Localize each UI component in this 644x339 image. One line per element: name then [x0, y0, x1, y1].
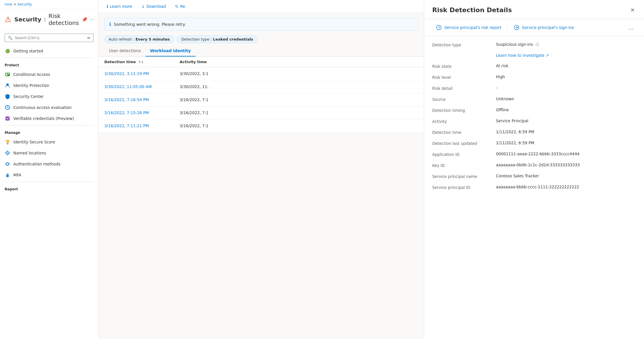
- detection-time-link[interactable]: 3/16/2022, 7:15:28 PM: [104, 110, 180, 115]
- breadcrumb-parent[interactable]: rove: [5, 2, 12, 6]
- table-header: Detection time ↑↓ Activity time: [98, 57, 424, 67]
- svg-rect-1: [6, 73, 7, 76]
- field-value-risk-detail: -: [496, 85, 636, 91]
- activity-time-value: 3/30/2022, 3:1: [180, 71, 418, 76]
- sidebar-item-identity-protection[interactable]: Identity Protection: [0, 80, 98, 91]
- alert-bar: ℹ Something went wrong. Please retry.: [104, 18, 418, 31]
- detection-time-link[interactable]: 3/16/2022, 7:11:21 PM: [104, 123, 180, 128]
- security-center-icon: [5, 94, 10, 99]
- col-header-detection-time: Detection time ↑↓: [104, 60, 180, 64]
- header-separator: |: [44, 17, 46, 22]
- sidebar-item-label: Named locations: [13, 151, 46, 155]
- search-icon: 🔍: [8, 36, 12, 40]
- sidebar: rove > Security ⚠ Security | Risk detect…: [0, 0, 98, 339]
- sidebar-item-identity-secure-score[interactable]: 🏆 Identity Secure Score: [0, 136, 98, 147]
- nav-divider-report: [5, 182, 94, 182]
- toolbar-separator: [507, 25, 508, 30]
- detection-time-link[interactable]: 3/16/2022, 7:16:54 PM: [104, 97, 180, 102]
- field-value-detection-last-updated: 1/11/2022, 6:59 PM: [496, 141, 636, 146]
- risk-report-icon: [436, 24, 442, 31]
- learn-more-button[interactable]: ℹ Learn more: [104, 3, 134, 10]
- page-subtitle: Risk detections: [48, 12, 79, 26]
- detection-type-value: Leaked credentials: [213, 37, 253, 41]
- collapse-button[interactable]: ≪: [87, 36, 90, 40]
- panel-toolbar: Service principal's risk report Service …: [424, 19, 644, 36]
- authentication-methods-icon: [5, 161, 10, 167]
- auto-refresh-value: Every 5 minutes: [136, 37, 170, 41]
- sort-icon[interactable]: ↑↓: [138, 60, 143, 64]
- sidebar-item-named-locations[interactable]: Named locations: [0, 147, 98, 158]
- field-label-risk-detail: Risk detail: [432, 85, 496, 91]
- sidebar-item-label: Identity Protection: [13, 83, 49, 88]
- sidebar-item-label: Security Center: [13, 94, 44, 99]
- sidebar-item-label: Identity Secure Score: [13, 140, 55, 144]
- info-icon-detection: ⓘ: [536, 43, 539, 47]
- field-label-detection-time: Detection time: [432, 130, 496, 135]
- filter-chips: Auto refresh : Every 5 minutes Detection…: [98, 33, 424, 45]
- detail-panel: Risk Detection Details ✕ Service princip…: [424, 0, 644, 339]
- sidebar-item-label: Conditional Access: [13, 72, 50, 77]
- service-principal-signins-label: Service principal's sign-ins: [522, 25, 574, 30]
- sidebar-item-verifiable-credentials[interactable]: Verifiable credentials (Preview): [0, 113, 98, 124]
- field-value-source: Unknown: [496, 96, 636, 102]
- service-principal-risk-button[interactable]: Service principal's risk report: [432, 23, 505, 32]
- panel-close-button[interactable]: ✕: [629, 6, 636, 14]
- report-group-label: Report: [0, 183, 98, 193]
- identity-protection-icon: [5, 83, 10, 88]
- download-button[interactable]: ↓ Download: [139, 3, 168, 10]
- named-locations-icon: [5, 150, 10, 156]
- mfa-icon: [5, 172, 10, 178]
- search-input[interactable]: [15, 36, 84, 40]
- field-value-detection-time: 1/11/2022, 6:59 PM: [496, 130, 636, 135]
- search-box: 🔍 ≪: [5, 34, 94, 42]
- tab-user-detections[interactable]: User detections: [104, 45, 145, 57]
- conditional-access-icon: [5, 72, 10, 77]
- field-value-key-id: aaaaaaaa-0b0b-1c1c-2d2d-333333333333: [496, 163, 636, 168]
- service-principal-signins-button[interactable]: Service principal's sign-ins: [510, 23, 578, 32]
- table-row: 3/16/2022, 7:16:54 PM 3/16/2022, 7:1: [98, 93, 424, 106]
- detection-time-link[interactable]: 3/30/2022, 11:05:00 AM: [104, 84, 180, 89]
- page-header: ⚠ Security | Risk detections 📌 ···: [0, 9, 98, 30]
- sidebar-item-getting-started[interactable]: 🟢 Getting started: [0, 45, 98, 57]
- tab-workload-identity[interactable]: Workload identity: [145, 45, 196, 57]
- tab-bar: User detections Workload identity: [98, 45, 424, 57]
- field-value-detection-timing: Offline: [496, 107, 636, 113]
- activity-time-value: 3/16/2022, 7:1: [180, 97, 418, 102]
- field-value-service-principal-name: Contoso Sales Tracker: [496, 174, 636, 179]
- refresh-icon: ↻: [175, 4, 178, 9]
- learn-investigate-link[interactable]: Learn how to investigate ↗: [496, 53, 636, 58]
- field-label-risk-state: Risk state: [432, 63, 496, 69]
- field-value-detection-type: Suspicious sign-ins ⓘ: [496, 42, 636, 47]
- header-icons: 📌 ···: [82, 17, 94, 22]
- sidebar-item-authentication-methods[interactable]: Authentication methods: [0, 158, 98, 170]
- refresh-button[interactable]: ↻ Re: [173, 3, 187, 10]
- detection-time-link[interactable]: 3/30/2022, 3:11:19 PM: [104, 71, 180, 76]
- field-label-activity: Activity: [432, 119, 496, 124]
- pin-icon[interactable]: 📌: [82, 17, 87, 22]
- nav-divider-manage: [5, 125, 94, 125]
- table-rows: 3/30/2022, 3:11:19 PM 3/30/2022, 3:1 3/3…: [98, 67, 424, 132]
- field-label-service-principal-name: Service principal name: [432, 174, 496, 179]
- toolbar: ℹ Learn more ↓ Download ↻ Re: [98, 0, 424, 13]
- auto-refresh-chip[interactable]: Auto refresh : Every 5 minutes: [104, 35, 174, 43]
- sidebar-item-conditional-access[interactable]: Conditional Access: [0, 69, 98, 80]
- panel-more-button[interactable]: ...: [626, 23, 636, 32]
- nav-section: 🟢 Getting started Protect Conditional Ac…: [0, 45, 98, 339]
- col-header-activity-time: Activity time: [180, 60, 418, 64]
- detection-type-chip[interactable]: Detection type : Leaked credentials: [177, 35, 258, 43]
- field-label-source: Source: [432, 96, 496, 102]
- sidebar-item-continuous-access[interactable]: Continuous access evaluation: [0, 102, 98, 113]
- manage-group-label: Manage: [0, 127, 98, 136]
- field-value-service-principal-id: aaaaaaaa-bbbb-cccc-1111-222222222222: [496, 185, 636, 190]
- activity-time-value: 3/30/2022, 11:: [180, 84, 418, 89]
- sidebar-item-mfa[interactable]: MFA: [0, 170, 98, 181]
- continuous-access-icon: [5, 105, 10, 110]
- signins-icon: [513, 24, 520, 31]
- alert-message: Something went wrong. Please retry.: [114, 22, 186, 27]
- download-icon: ↓: [141, 4, 145, 9]
- field-value-activity: Service Principal: [496, 119, 636, 124]
- verifiable-credentials-icon: [5, 116, 10, 121]
- sidebar-item-security-center[interactable]: Security Center: [0, 91, 98, 102]
- more-icon[interactable]: ···: [90, 17, 94, 22]
- table-row: 3/30/2022, 3:11:19 PM 3/30/2022, 3:1: [98, 67, 424, 80]
